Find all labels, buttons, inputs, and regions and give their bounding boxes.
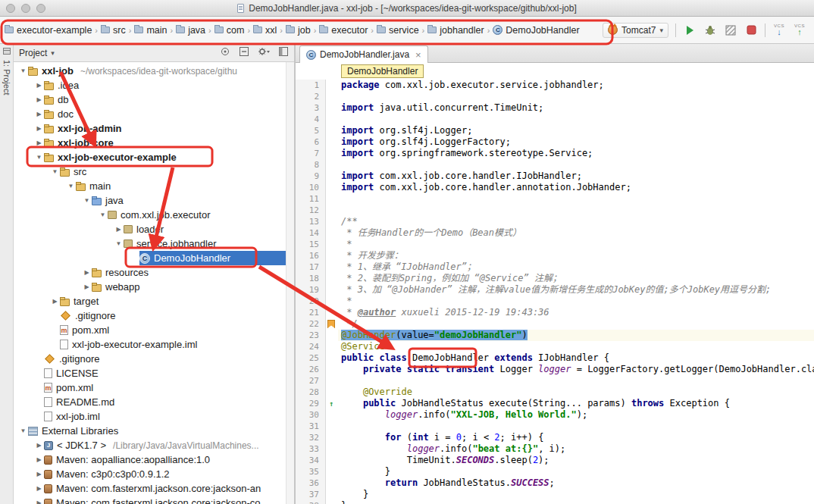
collapse-all-icon[interactable] xyxy=(239,46,249,59)
tree-row[interactable]: ▶webapp xyxy=(14,280,294,294)
code-line[interactable]: 11 xyxy=(296,193,814,205)
settings-gear-icon[interactable] xyxy=(258,46,270,59)
debug-button[interactable] xyxy=(703,23,717,37)
chevron-collapsed-icon[interactable]: ▶ xyxy=(34,96,44,103)
code-line[interactable]: 31 xyxy=(296,421,814,432)
locate-icon[interactable] xyxy=(220,46,230,59)
code-line[interactable]: 30 logger.info("XXL-JOB, Hello World."); xyxy=(296,409,814,421)
breadcrumb-item[interactable]: xxl xyxy=(252,23,278,37)
tree-row[interactable]: ▼com.xxl.job.executor xyxy=(14,208,294,222)
chevron-collapsed-icon[interactable]: ▶ xyxy=(34,125,44,132)
tree-row[interactable]: ▼xxl-job~/workspaces/idea-git-workspace/… xyxy=(14,64,294,78)
tree-row[interactable]: ▼main xyxy=(14,179,294,193)
code-line[interactable]: 37 } xyxy=(296,489,814,500)
chevron-collapsed-icon[interactable]: ▶ xyxy=(82,283,92,290)
vcs-commit-button[interactable]: VCS ↑ xyxy=(793,23,806,37)
breadcrumb-item[interactable]: job xyxy=(284,23,312,37)
tree-row[interactable]: ▶target xyxy=(14,294,294,308)
tree-row[interactable]: mpom.xml xyxy=(14,323,294,337)
stop-button[interactable] xyxy=(744,23,758,37)
code-line[interactable]: 17 * 1、继承 “IJobHandler”； xyxy=(296,261,814,273)
code-line[interactable]: 6import org.slf4j.LoggerFactory; xyxy=(296,136,814,148)
breadcrumb-item[interactable]: CDemoJobHandler xyxy=(491,23,581,37)
tree-row[interactable]: ▶xxl-job-core xyxy=(14,136,294,150)
tab-demojobhandler[interactable]: C DemoJobHandler.java × xyxy=(299,45,428,63)
tree-row[interactable]: LICENSE xyxy=(14,366,294,380)
code-line[interactable]: 18 * 2、装配到Spring，例如加 “@Service” 注解； xyxy=(296,273,814,284)
breadcrumb-item[interactable]: jobhandler xyxy=(426,23,485,37)
chevron-collapsed-icon[interactable]: ▶ xyxy=(50,298,60,305)
tree-row[interactable]: ▼src xyxy=(14,164,294,179)
breadcrumb-item[interactable]: executor-example xyxy=(3,23,93,37)
code-line[interactable]: 36 return JobHandleStatus.SUCCESS; xyxy=(296,477,814,489)
breadcrumb-item[interactable]: executor xyxy=(318,23,369,37)
run-button[interactable] xyxy=(683,23,697,37)
code-line[interactable]: 19 * 3、加 “@JobHander” 注解，注解value值为新增任务生成… xyxy=(296,284,814,296)
tree-row[interactable]: ▶doc xyxy=(14,107,294,121)
chevron-collapsed-icon[interactable]: ▶ xyxy=(34,499,44,504)
code-line[interactable]: 4 xyxy=(296,114,814,125)
code-line[interactable]: 7import org.springframework.stereotype.S… xyxy=(296,148,814,159)
breadcrumb-item[interactable]: java xyxy=(174,23,207,37)
tree-scrollbar[interactable] xyxy=(286,62,294,504)
tree-row[interactable]: ▶Maven: com.fasterxml.jackson.core:jacks… xyxy=(14,496,294,504)
tree-row[interactable]: mpom.xml xyxy=(14,380,294,395)
chevron-collapsed-icon[interactable]: ▶ xyxy=(34,471,44,477)
project-stripe-button[interactable]: 1: Project xyxy=(2,60,11,95)
tree-row[interactable]: ▶db xyxy=(14,92,294,107)
tree-row[interactable]: README.md xyxy=(14,395,294,409)
tree-row[interactable]: ▶J< JDK1.7 >/Library/Java/JavaVirtualMac… xyxy=(14,438,294,452)
chevron-expanded-icon[interactable]: ▼ xyxy=(18,427,28,434)
code-line[interactable]: 8 xyxy=(296,159,814,171)
code-line[interactable]: 34 TimeUnit.SECONDS.sleep(2); xyxy=(296,455,814,466)
code-line[interactable]: 2 xyxy=(296,91,814,102)
breadcrumb-item[interactable]: main xyxy=(133,23,168,37)
code-line[interactable]: 14 * 任务Handler的一个Demo（Bean模式） xyxy=(296,227,814,239)
code-line[interactable]: 1package com.xxl.job.executor.service.jo… xyxy=(296,80,814,91)
code-line[interactable]: 26 private static transient Logger logge… xyxy=(296,364,814,375)
tree-row[interactable]: ▼External Libraries xyxy=(14,424,294,438)
chevron-expanded-icon[interactable]: ▼ xyxy=(50,168,60,175)
tree-row[interactable]: CDemoJobHandler xyxy=(14,251,294,265)
coverage-button[interactable] xyxy=(724,23,737,37)
breadcrumb-item[interactable]: service xyxy=(375,23,421,37)
tree-row[interactable]: ▶loader xyxy=(14,222,294,236)
code-line[interactable]: 13/** xyxy=(296,216,814,227)
tree-row[interactable]: ▶xxl-job-admin xyxy=(14,121,294,136)
tree-row[interactable]: ▶Maven: c3p0:c3p0:0.9.1.2 xyxy=(14,467,294,481)
chevron-collapsed-icon[interactable]: ▶ xyxy=(114,226,124,233)
override-marker-icon[interactable]: ↑ xyxy=(329,398,333,409)
chevron-expanded-icon[interactable]: ▼ xyxy=(18,67,28,74)
code-line[interactable]: 25public class DemoJobHandler extends IJ… xyxy=(296,352,814,364)
hide-panel-icon[interactable] xyxy=(278,46,289,59)
tree-row[interactable]: ▶Maven: com.fasterxml.jackson.core:jacks… xyxy=(14,481,294,496)
tree-row[interactable]: xxl-job.iml xyxy=(14,409,294,424)
code-editor[interactable]: 1package com.xxl.job.executor.service.jo… xyxy=(296,80,814,504)
chevron-collapsed-icon[interactable]: ▶ xyxy=(34,139,44,146)
code-line[interactable]: 38} xyxy=(296,500,814,504)
tree-row[interactable]: ▼java xyxy=(14,193,294,208)
tree-row[interactable]: .gitignore xyxy=(14,352,294,366)
code-line[interactable]: 23@JobHander(value="demoJobHandler") xyxy=(296,330,814,341)
chevron-collapsed-icon[interactable]: ▶ xyxy=(34,111,44,117)
close-tab-icon[interactable]: × xyxy=(415,50,421,60)
tree-row[interactable]: xxl-job-executor-example.iml xyxy=(14,337,294,352)
code-line[interactable]: 22 */ xyxy=(296,318,814,330)
code-line[interactable]: 10import com.xxl.job.core.handler.annota… xyxy=(296,182,814,193)
code-line[interactable]: 21 * @author xuxueli 2015-12-19 19:43:36 xyxy=(296,307,814,318)
code-line[interactable]: 33 logger.info("beat at:{}", i); xyxy=(296,443,814,455)
code-line[interactable]: 28 @Override xyxy=(296,387,814,398)
chevron-collapsed-icon[interactable]: ▶ xyxy=(34,82,44,89)
code-line[interactable]: 32 for (int i = 0; i < 2; i++) { xyxy=(296,432,814,443)
code-line[interactable]: 20 * xyxy=(296,296,814,307)
breadcrumb-item[interactable]: com xyxy=(213,23,246,37)
chevron-collapsed-icon[interactable]: ▶ xyxy=(34,485,44,492)
tree-row[interactable]: ▼xxl-job-executor-example xyxy=(14,150,294,164)
minimize-window-icon[interactable] xyxy=(21,4,30,13)
chevron-expanded-icon[interactable]: ▼ xyxy=(34,154,44,161)
tree-row[interactable]: ▶Maven: aopalliance:aopalliance:1.0 xyxy=(14,452,294,467)
breadcrumb-item[interactable]: src xyxy=(99,23,127,37)
chevron-expanded-icon[interactable]: ▼ xyxy=(66,183,76,189)
class-breadcrumb-tag[interactable]: DemoJobHandler xyxy=(341,64,424,78)
project-panel-title[interactable]: Project xyxy=(19,48,47,58)
